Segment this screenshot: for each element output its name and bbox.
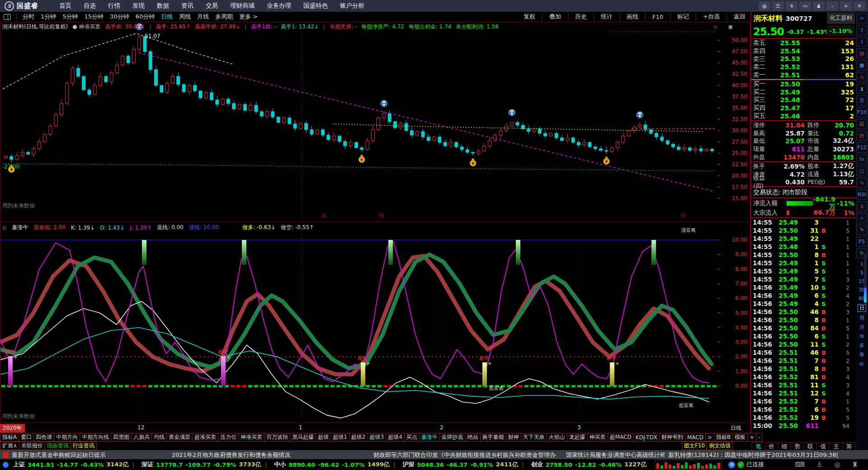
indicator-tab-压力位[interactable]: 压力位 xyxy=(218,433,239,442)
strip-period-月[interactable]: 月 xyxy=(859,324,864,331)
period-tab-周线[interactable]: 周线 xyxy=(179,13,191,21)
period-tab-5分钟[interactable]: 5分钟 xyxy=(62,13,78,21)
tick-row[interactable]: 14:5625.5111S3 xyxy=(751,381,856,389)
news-item[interactable]: 最新开放式基金申购赎回起始日提示 xyxy=(12,451,165,459)
tick-row[interactable]: 14:5625.518B3 xyxy=(751,365,856,373)
tick-row[interactable]: 14:5625.5219B5 xyxy=(751,414,856,422)
strip-period-5[interactable]: 5 xyxy=(860,270,863,276)
indicator-tab--[interactable]: - xyxy=(756,433,762,442)
down-icon[interactable]: ⇩ xyxy=(856,37,868,47)
circle-icon[interactable]: ○ xyxy=(856,166,868,176)
indicator-tab-火焰山[interactable]: 火焰山 xyxy=(547,433,567,442)
tick-row[interactable]: 14:5625.5084B5 xyxy=(751,324,856,332)
menu-item-首页[interactable]: 首页 xyxy=(59,2,71,10)
indicator-tab-MACD[interactable]: MACD xyxy=(685,433,706,442)
indicator-tab-天下无敌[interactable]: 天下无敌 xyxy=(521,433,547,442)
tick-row[interactable]: 14:5525.495S1 xyxy=(751,267,856,275)
structure-icon[interactable]: 品 xyxy=(856,119,868,129)
monitor-icon[interactable]: ▭ xyxy=(799,1,811,10)
menu-item-资讯[interactable]: 资讯 xyxy=(181,2,193,10)
stock-chart-canvas[interactable]: 50.0047.5045.0042.5040.0037.5035.0032.50… xyxy=(0,22,749,422)
tick-row[interactable]: 14:5625.496S4 xyxy=(751,291,856,300)
strip-period-年[interactable]: 年 xyxy=(859,361,864,368)
menu-item-发现[interactable]: 发现 xyxy=(132,2,145,10)
sync-icon[interactable]: ⟳ xyxy=(728,461,735,468)
up-icon[interactable]: ⇧ xyxy=(856,25,868,35)
menu-item-国盛特色[interactable]: 国盛特色 xyxy=(303,2,328,10)
period-tab-15分钟[interactable]: 15分钟 xyxy=(85,13,104,21)
bid-row[interactable]: 买五25.462 xyxy=(751,112,856,120)
close-button[interactable]: ✕ xyxy=(854,1,865,10)
chat-icon[interactable]: ◍ xyxy=(759,1,770,10)
ask-row[interactable]: 卖三25.5326 xyxy=(751,55,856,63)
zoom-slider-thumb[interactable] xyxy=(864,287,867,303)
money-icon[interactable]: $ xyxy=(856,201,868,212)
indicator-tab-黑马起爆[interactable]: 黑马起爆 xyxy=(290,433,316,442)
tick-row[interactable]: 14:5525.481S1 xyxy=(751,243,856,251)
skin-icon[interactable]: ♟ xyxy=(813,1,825,10)
tick-row[interactable]: 14:5525.508B1 xyxy=(751,251,856,259)
strip-period-周[interactable]: 周 xyxy=(859,315,864,321)
index-深证[interactable]: 深证13778.7-109.77-0.79%3733亿| xyxy=(142,461,269,469)
indicator-tab-暴涨牛[interactable]: 暴涨牛 xyxy=(420,433,440,442)
tower-icon[interactable]: ♜ xyxy=(852,461,858,469)
grid-quote-icon[interactable]: ▦ xyxy=(856,60,868,70)
settings-icon[interactable]: ☰ xyxy=(772,1,784,10)
indicator-tab-四里图[interactable]: 四里图 xyxy=(111,433,132,442)
news-item[interactable]: 2021年2月地方政府债券发行和债务余额情况 xyxy=(172,451,369,459)
indicator-tab-+[interactable]: + xyxy=(748,433,756,442)
zoom-slider[interactable] xyxy=(864,253,867,303)
ask-row[interactable]: 卖二25.52131 xyxy=(751,63,856,71)
indicator-tab-神准买卖[interactable]: 神准买卖 xyxy=(239,433,264,442)
tick-row[interactable]: 14:5625.4910S2 xyxy=(751,283,856,291)
menu-item-行情[interactable]: 行情 xyxy=(108,2,120,10)
wave-icon[interactable]: ∿ xyxy=(856,178,868,188)
quote-tab-细[interactable]: 细 xyxy=(778,442,791,451)
strip-period-1[interactable]: 1 xyxy=(860,261,863,267)
formula-icon[interactable]: fx xyxy=(856,154,868,164)
tool-标记[interactable]: 标记 xyxy=(677,13,689,21)
indicator-tab-中期方向[interactable]: 中期方向 xyxy=(54,433,80,442)
strip-period-季[interactable]: 季 xyxy=(859,352,864,358)
tick-row[interactable]: 14:5625.527B1 xyxy=(751,397,856,405)
menu-item-数据[interactable]: 数据 xyxy=(157,2,169,10)
indicator-tab-窗口[interactable]: 窗口 xyxy=(19,433,34,442)
indicator-tab-模板[interactable]: 模板 xyxy=(733,433,748,442)
period-tab-日线[interactable]: 日线 xyxy=(161,13,173,21)
period-tab-30分钟[interactable]: 30分钟 xyxy=(110,13,129,21)
indicator-tab-指标A[interactable]: 指标A xyxy=(0,433,19,442)
indicator-tab-指标B[interactable]: 指标B xyxy=(714,433,733,442)
menu-item-自选[interactable]: 自选 xyxy=(84,2,96,10)
indicator-tab-中期方向线[interactable]: 中期方向线 xyxy=(80,433,111,442)
target-icon[interactable]: ◎ xyxy=(834,461,840,469)
period-tab-多周期[interactable]: 多周期 xyxy=(215,13,233,21)
ask-row[interactable]: 卖一25.5162 xyxy=(751,71,856,79)
info-tab-例文估值[interactable]: 例文估值 xyxy=(707,442,733,450)
f5-icon[interactable]: F5 xyxy=(856,236,868,247)
tick-row[interactable]: 14:5525.4931 xyxy=(751,218,856,226)
indicator-tab-神买卖[interactable]: 神买卖 xyxy=(588,433,608,442)
draw-icon[interactable]: ✎ xyxy=(856,225,868,235)
bid-row[interactable]: 买四25.4717 xyxy=(751,104,856,112)
watchlist-icon[interactable]: 自 xyxy=(856,131,868,141)
tool-叠加[interactable]: 叠加 xyxy=(549,13,561,21)
widget-icon[interactable]: ♙ xyxy=(816,461,822,469)
indicator-tab-财神爷到[interactable]: 财神爷到 xyxy=(660,433,685,442)
tool-历史[interactable]: 历史 xyxy=(575,13,587,21)
indicator-tab-百万波段[interactable]: 百万波段 xyxy=(264,433,290,442)
tick-row[interactable]: 14:5625.5011S2 xyxy=(751,340,856,348)
index-创业[interactable]: 创业2758.50-12.82-0.46%1227亿 xyxy=(531,461,649,469)
report-icon[interactable]: ▤ xyxy=(856,48,868,59)
indicator-tab-龙起爆[interactable]: 龙起爆 xyxy=(567,433,588,442)
back-icon[interactable]: ⇦ xyxy=(856,13,868,24)
strip-period-日[interactable]: 日 xyxy=(858,304,866,312)
news-item[interactable]: 新乳转债(128142)：因盘中临时停牌于2021年03月31日09:38| xyxy=(668,451,867,459)
shortcut-icon[interactable]: ↯ xyxy=(786,1,797,10)
indicator-tab-换手量能[interactable]: 换手量能 xyxy=(481,433,506,442)
tick-row[interactable]: 15:0025.5061194 xyxy=(751,422,856,430)
tick-row[interactable]: 14:5625.526B5 xyxy=(751,405,856,414)
tick-row[interactable]: 14:5625.5046B3 xyxy=(751,308,856,316)
indicator-tab-金牌抄底[interactable]: 金牌抄底 xyxy=(440,433,466,442)
trend-icon[interactable]: ∿ xyxy=(856,72,868,82)
tick-row[interactable]: 14:5625.494S2 xyxy=(751,300,856,308)
